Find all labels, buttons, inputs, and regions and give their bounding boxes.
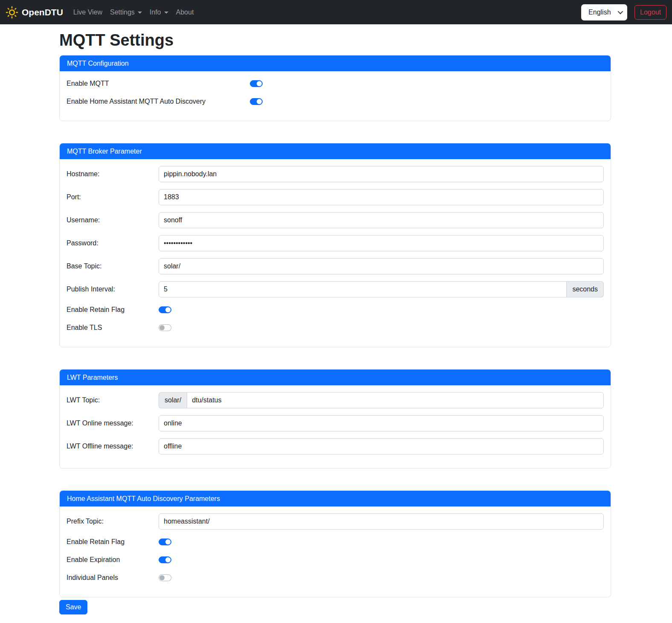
enable-tls-label: Enable TLS — [67, 324, 159, 332]
enable-ha-discovery-label: Enable Home Assistant MQTT Auto Discover… — [67, 98, 250, 105]
lwt-topic-prefix-addon: solar/ — [159, 392, 187, 408]
lwt-offline-message-label: LWT Offline message: — [67, 443, 159, 450]
enable-retain-flag-label: Enable Retain Flag — [67, 306, 159, 314]
card-mqtt-broker-parameter: MQTT Broker Parameter Hostname: Port: Us… — [59, 143, 611, 347]
username-input[interactable] — [159, 212, 604, 228]
publish-interval-label: Publish Interval: — [67, 285, 159, 293]
chevron-down-icon — [164, 12, 168, 14]
port-input[interactable] — [159, 189, 604, 205]
card-ha-discovery-parameters: Home Assistant MQTT Auto Discovery Param… — [59, 490, 611, 597]
card-header: MQTT Broker Parameter — [60, 143, 611, 159]
lwt-offline-message-input[interactable] — [159, 438, 604, 454]
language-select[interactable]: English — [581, 4, 627, 20]
hostname-label: Hostname: — [67, 170, 159, 178]
ha-enable-retain-flag-label: Enable Retain Flag — [67, 538, 159, 546]
logout-button[interactable]: Logout — [634, 5, 666, 20]
password-input[interactable] — [159, 235, 604, 251]
seconds-addon: seconds — [567, 281, 604, 297]
sun-icon — [6, 6, 18, 19]
nav-item-live-view[interactable]: Live View — [70, 5, 106, 20]
card-mqtt-configuration: MQTT Configuration Enable MQTT Enable Ho… — [59, 55, 611, 121]
ha-enable-retain-flag-toggle[interactable] — [159, 539, 171, 545]
enable-retain-flag-toggle[interactable] — [159, 306, 171, 313]
enable-mqtt-toggle[interactable] — [250, 80, 263, 87]
save-button[interactable]: Save — [59, 600, 87, 614]
brand-label: OpenDTU — [22, 7, 63, 17]
brand-link[interactable]: OpenDTU — [6, 6, 63, 19]
language-select-wrap: English — [581, 4, 627, 20]
card-lwt-parameters: LWT Parameters LWT Topic: solar/ LWT Onl… — [59, 369, 611, 469]
nav-links: Live View Settings Info About — [70, 5, 198, 20]
enable-mqtt-label: Enable MQTT — [67, 80, 250, 87]
lwt-online-message-label: LWT Online message: — [67, 419, 159, 427]
individual-panels-toggle[interactable] — [159, 574, 171, 581]
nav-item-info[interactable]: Info — [146, 5, 172, 20]
card-header: Home Assistant MQTT Auto Discovery Param… — [60, 491, 611, 507]
nav-item-settings[interactable]: Settings — [106, 5, 146, 20]
password-label: Password: — [67, 239, 159, 247]
card-header: LWT Parameters — [60, 370, 611, 385]
chevron-down-icon — [138, 12, 142, 14]
enable-ha-discovery-toggle[interactable] — [250, 98, 263, 105]
lwt-online-message-input[interactable] — [159, 415, 604, 431]
publish-interval-input[interactable] — [159, 281, 567, 297]
lwt-topic-input[interactable] — [187, 392, 604, 408]
enable-tls-toggle[interactable] — [159, 324, 171, 331]
page-title: MQTT Settings — [59, 31, 611, 49]
username-label: Username: — [67, 216, 159, 224]
ha-enable-expiration-label: Enable Expiration — [67, 556, 159, 564]
prefix-topic-input[interactable] — [159, 513, 604, 530]
lwt-topic-label: LWT Topic: — [67, 396, 159, 404]
base-topic-label: Base Topic: — [67, 262, 159, 270]
ha-enable-expiration-toggle[interactable] — [159, 556, 171, 563]
hostname-input[interactable] — [159, 166, 604, 182]
card-header: MQTT Configuration — [60, 55, 611, 71]
base-topic-input[interactable] — [159, 258, 604, 274]
prefix-topic-label: Prefix Topic: — [67, 518, 159, 525]
individual-panels-label: Individual Panels — [67, 574, 159, 582]
port-label: Port: — [67, 193, 159, 201]
nav-item-about[interactable]: About — [172, 5, 198, 20]
navbar: OpenDTU Live View Settings Info About En… — [0, 0, 672, 24]
